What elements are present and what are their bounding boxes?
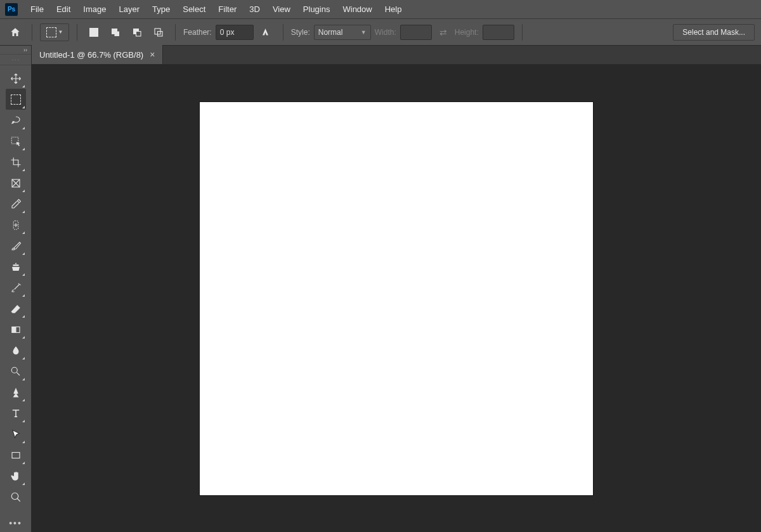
- move-tool[interactable]: [6, 68, 26, 89]
- brush-tool[interactable]: [6, 235, 26, 256]
- tool-preset-picker[interactable]: ▼: [40, 23, 69, 41]
- feather-label: Feather:: [183, 28, 212, 37]
- clone-stamp-tool[interactable]: [6, 256, 26, 277]
- eraser-tool[interactable]: [6, 298, 26, 319]
- menu-select[interactable]: Select: [176, 2, 212, 16]
- panel-collapse-button[interactable]: ››: [0, 46, 31, 55]
- canvas-viewport[interactable]: [32, 65, 761, 532]
- antialias-icon[interactable]: [257, 23, 275, 41]
- menu-image[interactable]: Image: [77, 2, 112, 16]
- menu-layer[interactable]: Layer: [113, 2, 146, 16]
- selection-new-button[interactable]: [85, 23, 103, 41]
- hand-tool[interactable]: [6, 465, 26, 486]
- chevron-down-icon: ▼: [58, 29, 63, 35]
- style-label: Style:: [291, 28, 310, 37]
- pen-tool[interactable]: [6, 382, 26, 403]
- crop-tool[interactable]: [6, 152, 26, 172]
- document-tab-bar: Untitled-1 @ 66.7% (RGB/8) ×: [32, 46, 761, 65]
- close-icon[interactable]: ×: [150, 49, 155, 60]
- menu-plugins[interactable]: Plugins: [297, 2, 337, 16]
- width-label: Width:: [375, 28, 396, 37]
- height-label: Height:: [455, 28, 479, 37]
- healing-brush-tool[interactable]: [6, 214, 26, 235]
- style-select[interactable]: Normal ▼: [314, 25, 371, 40]
- history-brush-tool[interactable]: [6, 277, 26, 298]
- svg-point-12: [11, 493, 18, 500]
- document-tab[interactable]: Untitled-1 @ 66.7% (RGB/8) ×: [32, 45, 163, 64]
- select-and-mask-button[interactable]: Select and Mask...: [673, 24, 755, 41]
- frame-tool[interactable]: [6, 172, 26, 193]
- eyedropper-tool[interactable]: [6, 193, 26, 214]
- svg-point-10: [11, 367, 17, 373]
- object-selection-tool[interactable]: [6, 131, 26, 152]
- square-icon: [89, 28, 98, 37]
- menu-bar: Ps File Edit Image Layer Type Select Fil…: [0, 0, 761, 19]
- menu-file[interactable]: File: [24, 2, 50, 16]
- dodge-tool[interactable]: [6, 361, 26, 382]
- selection-add-button[interactable]: [107, 23, 124, 41]
- chevron-down-icon: ▼: [361, 29, 367, 36]
- options-bar: ▼ Feather: Style: Normal ▼ Width: ⇄ Heig…: [0, 19, 761, 46]
- svg-rect-3: [136, 31, 141, 36]
- swap-dimensions-icon: ⇄: [439, 27, 447, 37]
- width-input: [400, 25, 432, 40]
- svg-rect-1: [115, 31, 120, 36]
- canvas[interactable]: [200, 102, 593, 495]
- menu-type[interactable]: Type: [146, 2, 176, 16]
- blur-tool[interactable]: [6, 340, 26, 361]
- feather-input[interactable]: [216, 25, 254, 40]
- gradient-tool[interactable]: [6, 319, 26, 340]
- edit-toolbar-hint: · · ·: [0, 55, 31, 65]
- rectangular-marquee-tool[interactable]: [6, 89, 26, 110]
- edit-toolbar-button[interactable]: •••: [0, 518, 31, 528]
- lasso-tool[interactable]: [6, 110, 26, 131]
- path-selection-tool[interactable]: [6, 424, 26, 444]
- height-input: [483, 25, 514, 40]
- menu-window[interactable]: Window: [336, 2, 378, 16]
- home-button[interactable]: [6, 23, 24, 41]
- menu-view[interactable]: View: [266, 2, 297, 16]
- menu-3d[interactable]: 3D: [243, 2, 266, 16]
- tools-panel: ›› · · · •••: [0, 46, 32, 532]
- menu-filter[interactable]: Filter: [212, 2, 243, 16]
- selection-subtract-button[interactable]: [128, 23, 146, 41]
- menu-edit[interactable]: Edit: [50, 2, 77, 16]
- selection-intersect-button[interactable]: [150, 23, 167, 41]
- style-value: Normal: [318, 28, 343, 37]
- menu-help[interactable]: Help: [379, 2, 408, 16]
- rectangle-tool[interactable]: [6, 444, 26, 465]
- zoom-tool[interactable]: [6, 486, 26, 507]
- document-area: Untitled-1 @ 66.7% (RGB/8) ×: [32, 46, 761, 532]
- document-tab-title: Untitled-1 @ 66.7% (RGB/8): [39, 50, 143, 60]
- svg-rect-5: [158, 31, 163, 36]
- svg-rect-11: [12, 452, 20, 458]
- marquee-icon: [46, 27, 56, 37]
- type-tool[interactable]: [6, 403, 26, 424]
- app-logo: Ps: [5, 3, 18, 16]
